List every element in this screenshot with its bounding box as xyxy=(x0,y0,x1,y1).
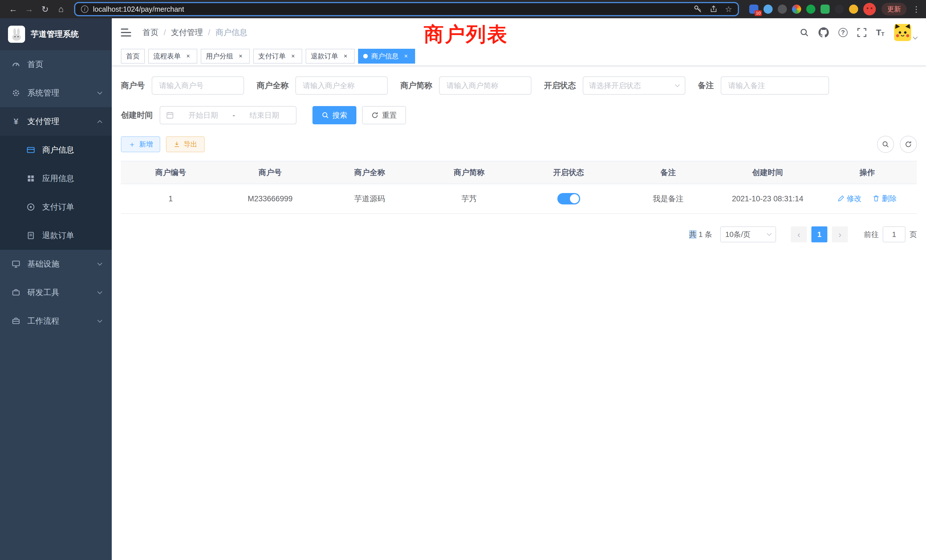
goto-page-input[interactable] xyxy=(883,226,905,242)
full-name-input[interactable] xyxy=(295,76,388,95)
extension-icon-7[interactable] xyxy=(835,5,844,14)
search-button[interactable]: 搜索 xyxy=(312,106,356,124)
close-tab-icon[interactable]: × xyxy=(289,52,297,60)
page-size-value: 10条/页 xyxy=(725,230,750,239)
extension-icon-5[interactable] xyxy=(806,5,816,14)
forward-button[interactable]: → xyxy=(22,2,36,17)
app-logo[interactable]: 芋道管理系统 xyxy=(0,18,112,50)
breadcrumb-payment[interactable]: 支付管理 xyxy=(171,27,203,38)
sidebar-item-refund-order[interactable]: 退款订单 xyxy=(0,221,112,250)
extension-icon-6[interactable] xyxy=(820,5,830,14)
tab-process-form[interactable]: 流程表单 × xyxy=(148,49,197,64)
toggle-search-button[interactable] xyxy=(877,136,894,153)
close-tab-icon[interactable]: × xyxy=(237,52,245,60)
pagination: 共 1 条 10条/页 ‹ 1 › 前往 页 xyxy=(121,226,917,242)
page-number-button[interactable]: 1 xyxy=(811,226,828,242)
user-avatar xyxy=(894,24,911,41)
col-header[interactable]: 商户全称 xyxy=(320,161,419,184)
short-name-input[interactable] xyxy=(439,76,531,95)
chrome-update-button[interactable]: 更新 xyxy=(882,3,906,15)
reset-button[interactable]: 重置 xyxy=(362,106,406,124)
tab-pay-order[interactable]: 支付订单 × xyxy=(253,49,302,64)
remark-input[interactable] xyxy=(721,76,829,95)
col-header[interactable]: 商户简称 xyxy=(419,161,519,184)
extension-icon-2[interactable] xyxy=(764,5,773,14)
status-toggle[interactable] xyxy=(557,193,580,204)
col-header[interactable]: 创建时间 xyxy=(718,161,817,184)
help-icon[interactable]: ? xyxy=(838,28,847,37)
col-header[interactable]: 商户编号 xyxy=(121,161,220,184)
address-bar[interactable]: i localhost:1024/pay/merchant ☆ xyxy=(74,2,739,16)
bookmark-star-icon[interactable]: ☆ xyxy=(725,5,732,14)
close-tab-icon[interactable]: × xyxy=(402,52,410,60)
tab-refund-order[interactable]: 退款订单 × xyxy=(306,49,355,64)
start-date-placeholder[interactable]: 开始日期 xyxy=(177,110,229,120)
filter-create-time: 创建时间 开始日期 - 结束日期 xyxy=(121,106,297,124)
cell-create-time: 2021-10-23 08:31:14 xyxy=(718,184,817,213)
prev-page-button[interactable]: ‹ xyxy=(791,226,807,242)
browser-profile-avatar[interactable] xyxy=(863,3,876,15)
col-header[interactable]: 开启状态 xyxy=(519,161,618,184)
col-header[interactable]: 备注 xyxy=(618,161,718,184)
extension-icon-4[interactable] xyxy=(792,5,801,14)
sidebar-item-label: 支付管理 xyxy=(27,116,91,127)
extension-icon-1[interactable]: 10 xyxy=(749,5,758,14)
back-button[interactable]: ← xyxy=(6,2,21,17)
merchant-card-icon xyxy=(26,146,35,154)
sidebar-item-system[interactable]: 系统管理 xyxy=(0,79,112,107)
edit-link[interactable]: 修改 xyxy=(838,194,862,204)
delete-link[interactable]: 删除 xyxy=(873,194,897,204)
download-icon xyxy=(173,141,180,148)
reload-button[interactable]: ↻ xyxy=(38,2,53,17)
sidebar-item-merchant-info[interactable]: 商户信息 xyxy=(0,136,112,164)
tab-merchant-info[interactable]: 商户信息 × xyxy=(358,49,415,64)
password-key-icon[interactable] xyxy=(694,5,702,14)
filter-merchant-no: 商户号 xyxy=(121,76,244,95)
date-range-picker[interactable]: 开始日期 - 结束日期 xyxy=(160,106,297,124)
breadcrumb-home[interactable]: 首页 xyxy=(142,27,159,38)
sidebar-item-home[interactable]: 首页 xyxy=(0,50,112,79)
github-icon[interactable] xyxy=(819,27,829,38)
next-page-button[interactable]: › xyxy=(832,226,848,242)
home-button[interactable]: ⌂ xyxy=(54,2,68,17)
fullscreen-icon[interactable] xyxy=(857,28,866,37)
merchant-no-input[interactable] xyxy=(152,76,244,95)
plus-icon: ＋ xyxy=(128,141,136,148)
tab-home[interactable]: 首页 xyxy=(121,49,145,64)
page-size-select[interactable]: 10条/页 xyxy=(720,226,776,242)
chevron-up-icon xyxy=(97,120,102,125)
table-row[interactable]: 1 M233666999 芋道源码 芋艿 我是备注 2021-10-23 08:… xyxy=(121,184,917,213)
user-menu[interactable] xyxy=(894,24,917,41)
site-info-icon[interactable]: i xyxy=(81,5,88,13)
close-tab-icon[interactable]: × xyxy=(342,52,350,60)
app-grid-icon xyxy=(26,174,35,183)
col-header[interactable]: 操作 xyxy=(817,161,917,184)
col-header[interactable]: 商户号 xyxy=(220,161,320,184)
sidebar-toggle-icon[interactable] xyxy=(121,29,132,36)
extension-icon-8[interactable] xyxy=(849,5,858,14)
browser-menu-icon[interactable]: ⋮ xyxy=(912,5,920,14)
cell-short-name: 芋艿 xyxy=(419,184,519,213)
filter-row-1: 商户号 商户全称 商户简称 开启状态 请选择开启状态 xyxy=(121,76,917,95)
refresh-table-button[interactable] xyxy=(900,136,917,153)
export-button[interactable]: 导出 xyxy=(166,136,205,152)
search-icon[interactable] xyxy=(800,28,809,37)
url-text[interactable]: localhost:1024/pay/merchant xyxy=(93,5,689,14)
sidebar-item-workflow[interactable]: 工作流程 xyxy=(0,307,112,335)
close-tab-icon[interactable]: × xyxy=(184,52,192,60)
end-date-placeholder[interactable]: 结束日期 xyxy=(238,110,290,120)
sidebar-item-payment[interactable]: ¥ 支付管理 xyxy=(0,107,112,136)
sidebar-item-app-info[interactable]: 应用信息 xyxy=(0,164,112,193)
goto-suffix: 页 xyxy=(909,230,917,239)
sidebar-item-infrastructure[interactable]: 基础设施 xyxy=(0,250,112,278)
extension-icon-3[interactable] xyxy=(778,5,787,14)
sidebar-item-dev-tools[interactable]: 研发工具 xyxy=(0,278,112,307)
tab-user-group[interactable]: 用户分组 × xyxy=(201,49,250,64)
sidebar-item-pay-order[interactable]: 支付订单 xyxy=(0,193,112,221)
logo-rabbit-icon xyxy=(8,26,25,43)
share-icon[interactable] xyxy=(710,5,717,13)
status-select[interactable]: 请选择开启状态 xyxy=(583,76,685,95)
font-size-icon[interactable]: TT xyxy=(876,28,884,37)
add-button[interactable]: ＋ 新增 xyxy=(121,136,160,152)
pay-order-icon xyxy=(26,203,35,211)
